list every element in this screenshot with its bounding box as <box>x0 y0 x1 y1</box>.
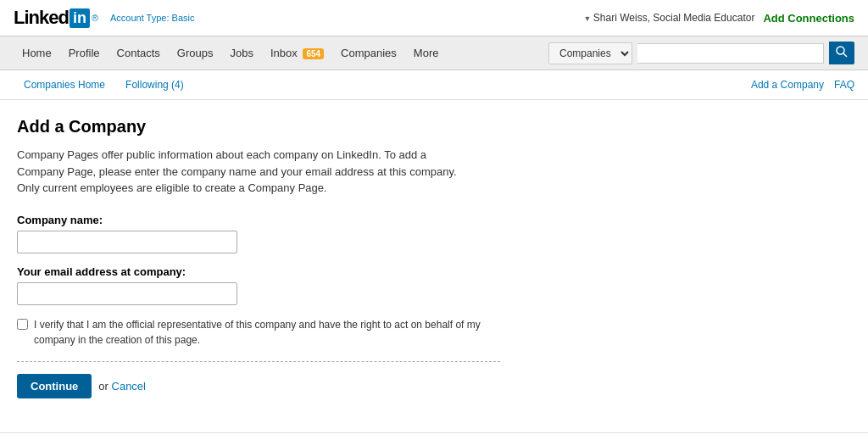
sub-nav-left: Companies Home Following (4) <box>14 70 194 99</box>
header-left: Linkedin ® Account Type: Basic <box>14 7 195 29</box>
nav-item-companies[interactable]: Companies <box>332 36 405 70</box>
sub-nav-faq[interactable]: FAQ <box>834 79 854 91</box>
nav-item-groups[interactable]: Groups <box>169 36 222 70</box>
email-label: Your email address at company: <box>17 265 576 278</box>
sub-nav-right: Add a Company FAQ <box>751 79 854 91</box>
company-name-input[interactable] <box>17 231 237 253</box>
main-content: Add a Company Company Pages offer public… <box>0 100 593 415</box>
account-type: Account Type: Basic <box>110 13 194 23</box>
logo-text: Linked <box>14 7 69 29</box>
page-title: Add a Company <box>17 117 576 136</box>
sub-nav: Companies Home Following (4) Add a Compa… <box>0 70 868 100</box>
email-input[interactable] <box>17 282 237 305</box>
logo[interactable]: Linkedin ® <box>14 7 98 29</box>
header: Linkedin ® Account Type: Basic Shari Wei… <box>0 0 868 36</box>
search-button[interactable] <box>829 42 854 64</box>
inbox-badge: 654 <box>303 48 324 59</box>
nav-item-profile[interactable]: Profile <box>60 36 108 70</box>
email-group: Your email address at company: <box>17 265 576 305</box>
svg-point-0 <box>837 47 844 54</box>
cancel-link[interactable]: Cancel <box>112 380 146 393</box>
or-text: or Cancel <box>98 380 146 393</box>
verify-checkbox[interactable] <box>17 319 28 330</box>
continue-button[interactable]: Continue <box>17 374 92 398</box>
company-name-label: Company name: <box>17 214 576 226</box>
form-divider <box>17 361 500 362</box>
user-name[interactable]: Shari Weiss, Social Media Educator <box>583 12 754 24</box>
verify-row: I verify that I am the official represen… <box>17 317 492 348</box>
registered-icon: ® <box>92 13 98 23</box>
verify-label: I verify that I am the official represen… <box>34 317 492 348</box>
sub-nav-add-company[interactable]: Add a Company <box>751 79 824 91</box>
main-nav: Home Profile Contacts Groups Jobs Inbox … <box>0 36 868 70</box>
nav-item-jobs[interactable]: Jobs <box>222 36 262 70</box>
page-description: Company Pages offer public information a… <box>17 147 466 197</box>
search-input[interactable] <box>637 43 824 64</box>
sub-nav-companies-home[interactable]: Companies Home <box>14 70 115 99</box>
nav-item-home[interactable]: Home <box>14 36 60 70</box>
header-right: Shari Weiss, Social Media Educator Add C… <box>583 12 854 25</box>
nav-right: Companies People Jobs Groups <box>548 42 854 64</box>
form-actions: Continue or Cancel <box>17 374 576 398</box>
add-connections-link[interactable]: Add Connections <box>763 12 854 25</box>
footer: Help Center About Blog Careers Advertisi… <box>0 432 868 441</box>
nav-item-more[interactable]: More <box>405 36 448 70</box>
search-icon <box>836 46 848 58</box>
nav-item-contacts[interactable]: Contacts <box>108 36 169 70</box>
svg-line-1 <box>843 53 847 57</box>
nav-item-inbox[interactable]: Inbox 654 <box>262 36 332 70</box>
company-name-group: Company name: <box>17 214 576 253</box>
logo-in: in <box>70 8 90 28</box>
sub-nav-following[interactable]: Following (4) <box>115 70 194 99</box>
search-category-select[interactable]: Companies People Jobs Groups <box>548 42 632 64</box>
nav-left: Home Profile Contacts Groups Jobs Inbox … <box>14 36 447 70</box>
